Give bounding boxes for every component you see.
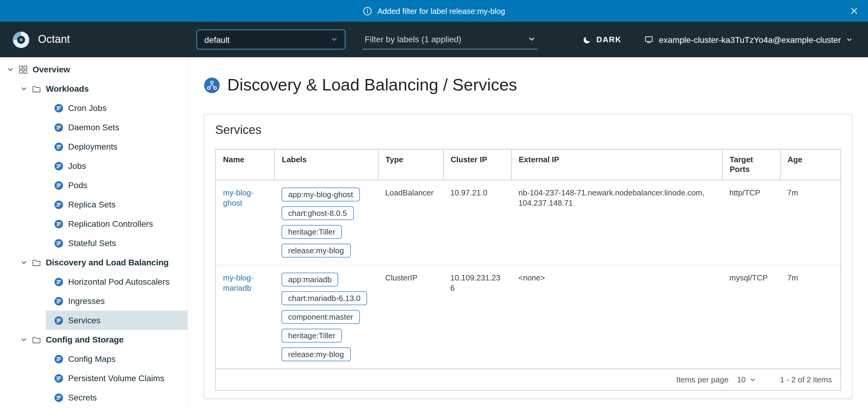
chevron-down-icon[interactable] <box>21 259 27 266</box>
persistent-volume-claims-icon <box>54 374 63 383</box>
sidebar-item-overview[interactable]: Overview <box>0 60 187 79</box>
label-tag[interactable]: heritage:Tiller <box>281 225 342 239</box>
sidebar-item-content: Deployments <box>46 137 187 156</box>
label-tag[interactable]: release:my-blog <box>281 244 350 258</box>
cluster-selector[interactable]: example-cluster-ka3TuTzYo4a@example-clus… <box>644 35 852 44</box>
alert-content: Added filter for label release:my-blog <box>363 6 505 16</box>
sidebar-item-label: Daemon Sets <box>68 122 119 132</box>
chevron-down-icon <box>846 36 852 42</box>
replication-controllers-icon <box>54 219 63 228</box>
label-tag[interactable]: chart:ghost-8.0.5 <box>281 206 353 220</box>
table-row: my-blog-ghostapp:my-blog-ghostchart:ghos… <box>216 180 840 265</box>
column-header-external-ip[interactable]: External IP <box>511 150 722 180</box>
header-right-group: DARK example-cluster-ka3TuTzYo4a@example… <box>583 35 852 44</box>
sidebar-item-persistent-volume-claims[interactable]: Persistent Volume Claims <box>0 369 187 388</box>
service-link[interactable]: my-blog-ghost <box>223 188 253 207</box>
sidebar-item-deployments[interactable]: Deployments <box>0 137 187 156</box>
name-cell: my-blog-mariadb <box>216 265 274 369</box>
moon-icon <box>583 35 592 44</box>
column-header-age[interactable]: Age <box>780 150 840 180</box>
sidebar-item-label: Config and Storage <box>46 335 124 344</box>
theme-toggle-button[interactable]: DARK <box>583 35 621 44</box>
sidebar-item-config-and-storage[interactable]: Config and Storage <box>0 330 187 349</box>
label-tag[interactable]: component:master <box>281 310 360 324</box>
labels-cell: app:my-blog-ghostchart:ghost-8.0.5herita… <box>274 180 378 265</box>
sidebar-item-content: Discovery and Load Balancing <box>0 253 187 272</box>
daemon-sets-icon <box>54 123 63 132</box>
label-tag[interactable]: release:my-blog <box>281 347 350 361</box>
sidebar-item-ingresses[interactable]: Ingresses <box>0 291 187 311</box>
alert-message: Added filter for label release:my-blog <box>377 6 505 16</box>
sidebar-item-jobs[interactable]: Jobs <box>0 156 187 175</box>
services-icon <box>54 316 63 325</box>
page-title-text: Discovery & Load Balancing / Services <box>227 76 517 95</box>
theme-toggle-label: DARK <box>596 35 621 44</box>
column-header-cluster-ip[interactable]: Cluster IP <box>443 150 511 180</box>
sidebar-item-secrets[interactable]: Secrets <box>0 388 187 407</box>
sidebar-item-stateful-sets[interactable]: Stateful Sets <box>0 233 187 253</box>
services-table: NameLabelsTypeCluster IPExternal IPTarge… <box>216 150 840 369</box>
column-header-name[interactable]: Name <box>216 150 274 180</box>
octant-app: Added filter for label release:my-blog O… <box>0 0 868 408</box>
name-cell: my-blog-ghost <box>216 180 274 265</box>
services-datagrid: NameLabelsTypeCluster IPExternal IPTarge… <box>215 149 841 391</box>
sidebar-item-replica-sets[interactable]: Replica Sets <box>0 195 187 214</box>
sidebar-item-content: Pods <box>46 175 187 195</box>
jobs-icon <box>54 161 63 170</box>
age-cell: 7m <box>780 180 840 265</box>
sidebar-item-content: Secrets <box>46 388 187 407</box>
sidebar-item-content: Replication Controllers <box>46 214 187 233</box>
service-link[interactable]: my-blog-mariadb <box>223 273 253 292</box>
label-tag[interactable]: heritage:Tiller <box>281 329 342 343</box>
close-icon[interactable] <box>850 7 858 15</box>
label-tag[interactable]: chart:mariadb-6.13.0 <box>281 291 367 305</box>
namespace-value: default <box>204 35 230 44</box>
chevron-down-icon[interactable] <box>21 85 27 92</box>
label-list: app:my-blog-ghostchart:ghost-8.0.5herita… <box>281 187 371 258</box>
namespace-select[interactable]: default <box>196 30 345 50</box>
sidebar-item-workloads[interactable]: Workloads <box>0 79 187 98</box>
sidebar-item-label: Pods <box>68 180 87 190</box>
chevron-down-icon[interactable] <box>21 336 27 343</box>
sidebar-item-services[interactable]: Services <box>0 311 187 330</box>
sidebar-item-label: Replica Sets <box>68 200 116 209</box>
cron-jobs-icon <box>54 104 63 113</box>
cluster-name: example-cluster-ka3TuTzYo4a@example-clus… <box>659 35 841 44</box>
label-tag[interactable]: app:my-blog-ghost <box>281 187 360 201</box>
age-cell: 7m <box>780 265 840 369</box>
external-ip-cell: <none> <box>511 265 722 369</box>
column-header-type[interactable]: Type <box>378 150 443 180</box>
horizontal-pod-autoscalers-icon <box>54 277 63 286</box>
chevron-down-icon <box>750 377 756 383</box>
type-cell: LoadBalancer <box>378 180 443 265</box>
deployments-icon <box>54 142 63 151</box>
sidebar-item-pods[interactable]: Pods <box>0 175 187 195</box>
config-maps-icon <box>54 354 63 363</box>
sidebar-item-content: Config and Storage <box>0 330 187 349</box>
label-filter-select[interactable]: Filter by labels (1 applied) <box>362 30 538 50</box>
items-per-page-select[interactable]: 10 <box>737 375 756 384</box>
sidebar-item-daemon-sets[interactable]: Daemon Sets <box>0 118 187 137</box>
secrets-icon <box>54 393 63 402</box>
services-card: Services NameLabelsTypeCluster IPExterna… <box>204 114 852 399</box>
sidebar-item-horizontal-pod-autoscalers[interactable]: Horizontal Pod Autoscalers <box>0 272 187 291</box>
sidebar-item-config-maps[interactable]: Config Maps <box>0 349 187 369</box>
sidebar-item-cron-jobs[interactable]: Cron Jobs <box>0 98 187 118</box>
column-header-labels[interactable]: Labels <box>274 150 378 180</box>
sidebar-item-content: Replica Sets <box>46 195 187 214</box>
label-tag[interactable]: app:mariadb <box>281 272 338 287</box>
folder-icon <box>32 84 41 93</box>
sidebar-item-label: Horizontal Pod Autoscalers <box>68 277 169 287</box>
folder-icon <box>32 258 41 267</box>
sidebar-item-content: Workloads <box>0 79 187 98</box>
sidebar-item-discovery-and-load-balancing[interactable]: Discovery and Load Balancing <box>0 253 187 272</box>
pagination-range: 1 - 2 of 2 items <box>780 375 832 384</box>
column-header-target-ports[interactable]: Target Ports <box>722 150 780 180</box>
sidebar-item-content: Jobs <box>46 156 187 175</box>
chevron-down-icon[interactable] <box>7 66 14 73</box>
sidebar-item-label: Config Maps <box>68 354 116 364</box>
sidebar-item-label: Services <box>68 315 100 325</box>
sidebar-item-replication-controllers[interactable]: Replication Controllers <box>0 214 187 233</box>
items-per-page-label: Items per page <box>676 375 728 384</box>
labels-cell: app:mariadbchart:mariadb-6.13.0component… <box>274 265 378 369</box>
